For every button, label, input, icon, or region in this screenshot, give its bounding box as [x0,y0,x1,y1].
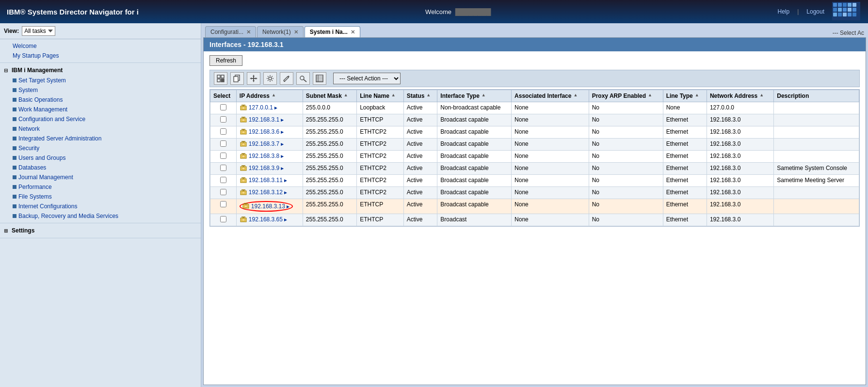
tab-system-i-na-close[interactable]: ✕ [351,29,355,35]
expand-minus-icon: ⊟ [4,68,10,73]
copy-button[interactable] [230,72,244,85]
tab-configurati-close[interactable]: ✕ [246,29,251,35]
svg-rect-19 [221,79,224,82]
ip-address-link[interactable]: 192.168.3.6 [249,128,279,135]
col-associated-interface[interactable]: Associated Interface ▲ [512,90,589,102]
line-name-cell: ETHTCP2 [357,175,403,187]
nav-arrow-icon[interactable]: ► [280,117,285,123]
tab-network1-close[interactable]: ✕ [294,29,298,35]
settings-button[interactable] [263,72,277,85]
ip-address-link[interactable]: 192.168.3.13 [251,203,285,210]
ip-address-link[interactable]: 192.168.3.65 [249,216,283,223]
row-checkbox[interactable] [220,116,226,123]
nav-arrow-icon[interactable]: ► [280,129,285,135]
sidebar-item-databases[interactable]: Databases [0,163,201,172]
nav-arrow-icon[interactable]: ► [283,178,288,183]
row-checkbox[interactable] [220,128,226,135]
status-cell: Active [403,175,437,187]
ip-address-link[interactable]: 192.168.3.11 [249,177,283,184]
nav-arrow-icon[interactable]: ► [280,166,285,171]
sidebar-item-users-and-groups[interactable]: Users and Groups [0,153,201,163]
row-ip-cell: 192.168.3.65► [236,214,303,226]
sidebar-section-header-ibm[interactable]: ⊟ IBM i Management [0,65,201,76]
proxy-arp-cell: No [589,126,663,139]
tab-configurati[interactable]: Configurati... ✕ [205,26,256,37]
ip-address-link[interactable]: 192.168.3.8 [249,153,279,159]
col-line-name[interactable]: Line Name ▲ [357,90,403,102]
network-addr-cell: 192.168.3.0 [707,163,773,175]
logout-link[interactable]: Logout [806,8,824,15]
sidebar-item-my-startup-pages[interactable]: My Startup Pages [0,51,201,61]
sidebar-item-work-management[interactable]: Work Management [0,105,201,114]
col-proxy-arp-enabled[interactable]: Proxy ARP Enabled ▲ [589,90,663,102]
row-ip-cell: 192.168.3.12► [236,187,303,199]
svg-point-28 [269,77,272,80]
sidebar-item-basic-operations[interactable]: Basic Operations [0,95,201,105]
ip-address-link[interactable]: 192.168.3.1 [249,116,279,123]
row-checkbox[interactable] [220,165,226,171]
row-checkbox[interactable] [220,153,226,159]
sidebar-item-performance[interactable]: Performance [0,182,201,192]
col-line-type[interactable]: Line Type ▲ [663,90,707,102]
row-checkbox[interactable] [220,177,226,183]
nav-arrow-icon[interactable]: ► [280,141,285,147]
sidebar-item-security[interactable]: Security [0,143,201,153]
row-checkbox[interactable] [220,140,226,147]
col-network-address[interactable]: Network Address ▲ [707,90,773,102]
welcome-label: Welcome [425,8,451,15]
sidebar-item-internet-configurations[interactable]: Internet Configurations [0,201,201,211]
tab-system-i-na[interactable]: System i Na... ✕ [305,26,360,37]
sidebar-item-backup-recovery[interactable]: Backup, Recovery and Media Services [0,211,201,221]
svg-marker-25 [253,80,255,82]
line-type-cell: Ethernet [663,214,707,226]
line-name-cell: ETHTCP2 [357,151,403,163]
row-checkbox[interactable] [220,201,226,207]
col-status[interactable]: Status ▲ [403,90,437,102]
subnet-cell: 255.255.255.0 [303,126,356,139]
status-cell: Active [403,102,437,114]
nav-arrow-icon[interactable]: ► [283,217,288,222]
row-checkbox[interactable] [220,189,226,195]
sidebar-item-configuration-and-service[interactable]: Configuration and Service [0,114,201,124]
subnet-cell: 255.255.255.0 [303,139,356,151]
tab-network1-label: Network(1) [262,29,291,35]
sidebar-item-file-systems[interactable]: File Systems [0,192,201,201]
ip-address-link[interactable]: 192.168.3.7 [249,140,279,147]
sidebar-item-welcome[interactable]: Welcome [0,41,201,51]
refresh-button[interactable]: Refresh [209,55,242,66]
sidebar-item-network[interactable]: Network [0,124,201,134]
iface-type-cell: Broadcast capable [437,175,512,187]
view-dropdown[interactable]: All tasks [22,26,55,36]
proxy-arp-cell: No [589,139,663,151]
sidebar-item-integrated-server[interactable]: Integrated Server Administration [0,134,201,143]
move-button[interactable] [247,72,260,85]
row-checkbox[interactable] [220,104,226,110]
ip-address-link[interactable]: 127.0.0.1 [249,104,273,111]
help-link[interactable]: Help [777,8,789,15]
col-ip-address[interactable]: IP Address ▲ [236,90,303,102]
col-interface-type[interactable]: Interface Type ▲ [437,90,512,102]
ip-address-link[interactable]: 192.168.3.9 [249,165,279,171]
select-all-button[interactable] [214,72,227,85]
network-addr-cell: 192.168.3.0 [707,126,773,139]
sidebar-item-system[interactable]: System [0,85,201,95]
select-action-dropdown[interactable]: --- Select Action --- [333,73,401,84]
row-ip-cell: 192.168.3.11► [236,175,303,187]
tab-network1[interactable]: Network(1) ✕ [257,26,304,37]
nav-arrow-icon[interactable]: ► [273,105,278,110]
key-button[interactable] [296,72,310,85]
sidebar-item-set-target-system[interactable]: Set Target System [0,76,201,85]
nav-arrow-icon[interactable]: ► [286,204,290,209]
table-row: 192.168.3.6►255.255.255.0ETHTCP2ActiveBr… [210,126,859,139]
nav-arrow-icon[interactable]: ► [280,154,285,159]
row-checkbox[interactable] [220,216,226,222]
sidebar-item-journal-management[interactable]: Journal Management [0,172,201,182]
edit-button[interactable] [280,72,293,85]
nav-arrow-icon[interactable]: ► [283,190,288,195]
grid-button[interactable] [313,72,326,85]
row-select-cell [210,175,237,187]
ip-address-link[interactable]: 192.168.3.12 [249,189,283,196]
col-subnet-mask[interactable]: Subnet Mask ▲ [303,90,356,102]
line-name-cell: Loopback [357,102,403,114]
sidebar-section-header-settings[interactable]: ⊞ Settings [0,225,201,236]
